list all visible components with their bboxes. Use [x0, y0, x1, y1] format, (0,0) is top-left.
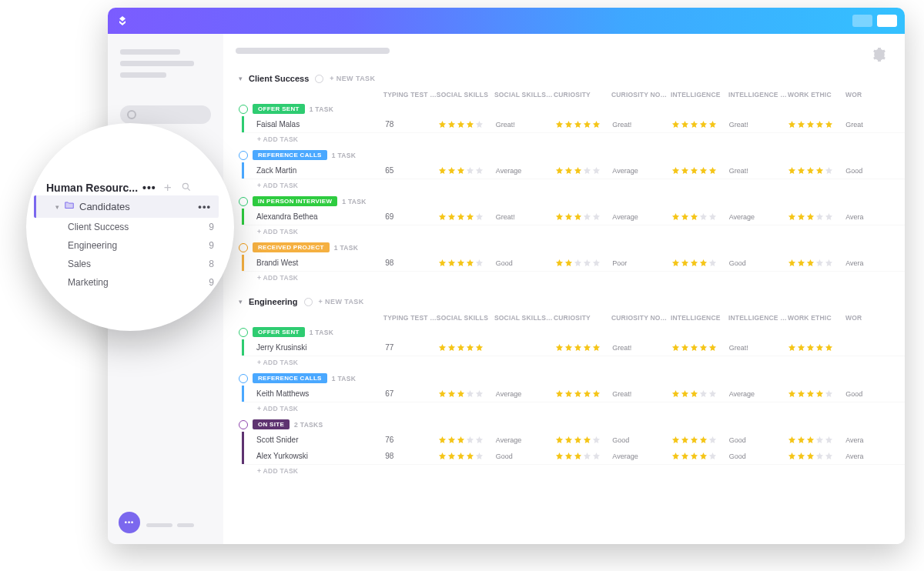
status-header[interactable]: REFERENCE CALLS 1 TASK [234, 371, 905, 386]
wpm-value: 98 [385, 452, 438, 460]
search-icon[interactable] [181, 182, 192, 195]
candidate-row[interactable]: Faisal Malas 78 Great! Great! Great! Gre… [242, 116, 905, 132]
wpm-value: 77 [385, 343, 438, 352]
candidate-name: Keith Matthews [244, 389, 385, 398]
wpm-value: 76 [385, 436, 438, 444]
add-task-button[interactable]: + ADD TASK [234, 179, 905, 194]
social-note: Good [496, 259, 555, 267]
work-ethic-stars [788, 166, 845, 175]
main-content: ▾ Client Success + NEW TASK TYPING TEST … [223, 34, 905, 544]
work-ethic-note: Good [845, 167, 905, 175]
candidate-row[interactable]: Jerry Krusinski 77 Great! Great! [242, 339, 905, 356]
candidate-name: Brandi West [244, 259, 385, 267]
sidebar-subitem[interactable]: Marketing9 [46, 273, 219, 292]
item-count: 8 [209, 259, 219, 269]
curiosity-note: Great! [612, 344, 671, 352]
status-header[interactable]: ON SITE 2 TASKS [234, 417, 905, 432]
curiosity-note: Poor [612, 259, 671, 267]
candidate-name: Jerry Krusinski [244, 343, 385, 352]
status-circle-icon [239, 151, 248, 160]
social-stars [438, 212, 496, 221]
status-header[interactable]: OFFER SENT 1 TASK [234, 102, 905, 116]
column-headers: TYPING TEST WPM SOCIAL SKILLS SOCIAL SKI… [234, 88, 905, 102]
task-count: 1 TASK [342, 198, 366, 205]
info-icon[interactable] [304, 298, 313, 306]
section: ▾ Engineering + NEW TASK TYPING TEST WPM… [234, 297, 905, 479]
sidebar-item-candidates[interactable]: ▾ Candidates ••• [34, 195, 219, 218]
intelligence-note: Great! [729, 344, 788, 352]
candidate-row[interactable]: Zack Martin 65 Average Average Great! Go… [242, 162, 905, 179]
intelligence-note: Great! [729, 167, 788, 175]
plus-icon[interactable]: + [164, 180, 172, 195]
candidate-name: Scott Snider [244, 436, 385, 444]
work-ethic-stars [788, 343, 845, 352]
add-task-button[interactable]: + ADD TASK [234, 464, 905, 479]
social-note: Good [496, 452, 555, 460]
sidebar-subitem[interactable]: Sales8 [46, 255, 219, 273]
new-task-button[interactable]: + NEW TASK [330, 75, 375, 82]
search-icon [127, 110, 136, 119]
status-circle-icon [239, 243, 248, 252]
candidate-name: Alexandra Bethea [244, 212, 385, 221]
gear-icon[interactable] [872, 48, 886, 65]
app-window: ▾ Client Success + NEW TASK TYPING TEST … [108, 8, 905, 544]
work-ethic-stars [788, 120, 845, 129]
candidate-row[interactable]: Keith Matthews 67 Average Great! Average… [242, 386, 905, 402]
candidate-row[interactable]: Scott Snider 76 Average Good Good Avera [242, 432, 905, 448]
sidebar-item-label: Candidates [79, 201, 130, 212]
intelligence-note: Good [729, 452, 788, 460]
sidebar-subitem[interactable]: Client Success9 [46, 218, 219, 236]
intelligence-stars [671, 436, 729, 444]
placeholder-line [120, 61, 194, 66]
sidebar-subitem-label: Client Success [68, 222, 129, 232]
status-header[interactable]: IN PERSON INTERVIEW 1 TASK [234, 194, 905, 209]
candidate-row[interactable]: Alexandra Bethea 69 Great! Average Avera… [242, 209, 905, 225]
status-header[interactable]: OFFER SENT 1 TASK [234, 325, 905, 339]
add-task-button[interactable]: + ADD TASK [234, 132, 905, 148]
social-stars [438, 166, 496, 175]
chevron-down-icon[interactable]: ▾ [239, 75, 243, 82]
add-task-button[interactable]: + ADD TASK [234, 356, 905, 371]
status-header[interactable]: RECEIVED PROJECT 1 TASK [234, 240, 905, 255]
intelligence-note: Good [729, 259, 788, 267]
status-badge: OFFER SENT [253, 104, 305, 114]
intelligence-stars [671, 452, 729, 460]
chat-icon[interactable] [119, 512, 140, 533]
topbar-control[interactable] [877, 15, 897, 27]
intelligence-stars [671, 389, 729, 398]
intelligence-note: Good [729, 436, 788, 444]
sidebar-subitem[interactable]: Engineering9 [46, 236, 219, 255]
work-ethic-stars [788, 389, 845, 398]
page-title-placeholder [236, 48, 390, 54]
work-ethic-stars [788, 212, 845, 221]
social-stars [438, 343, 496, 352]
task-count: 1 TASK [334, 244, 358, 252]
new-task-button[interactable]: + NEW TASK [319, 298, 364, 306]
candidate-row[interactable]: Alex Yurkowski 98 Good Average Good Aver… [242, 448, 905, 464]
folder-icon [64, 200, 75, 213]
more-icon[interactable]: ••• [198, 201, 211, 212]
add-task-button[interactable]: + ADD TASK [234, 402, 905, 417]
status-circle-icon [239, 374, 248, 383]
curiosity-stars [555, 212, 613, 221]
space-header[interactable]: Human Resourc... ••• + [46, 180, 219, 195]
curiosity-note: Great! [612, 390, 671, 398]
curiosity-stars [555, 259, 613, 267]
add-task-button[interactable]: + ADD TASK [234, 225, 905, 240]
status-header[interactable]: REFERENCE CALLS 1 TASK [234, 148, 905, 162]
candidate-row[interactable]: Brandi West 98 Good Poor Good Avera [242, 255, 905, 271]
social-note: Great! [496, 121, 555, 129]
info-icon[interactable] [315, 75, 323, 83]
svg-line-1 [187, 188, 189, 190]
wpm-value: 65 [385, 166, 438, 175]
task-count: 1 TASK [310, 105, 333, 113]
more-icon[interactable]: ••• [142, 182, 156, 194]
status-circle-icon [239, 105, 248, 114]
add-task-button[interactable]: + ADD TASK [234, 271, 905, 286]
sidebar-search[interactable] [120, 105, 211, 124]
wpm-value: 78 [385, 120, 438, 129]
status-circle-icon [239, 420, 248, 429]
topbar-control[interactable] [852, 15, 872, 27]
chevron-down-icon[interactable]: ▾ [239, 298, 243, 306]
curiosity-stars [555, 343, 613, 352]
